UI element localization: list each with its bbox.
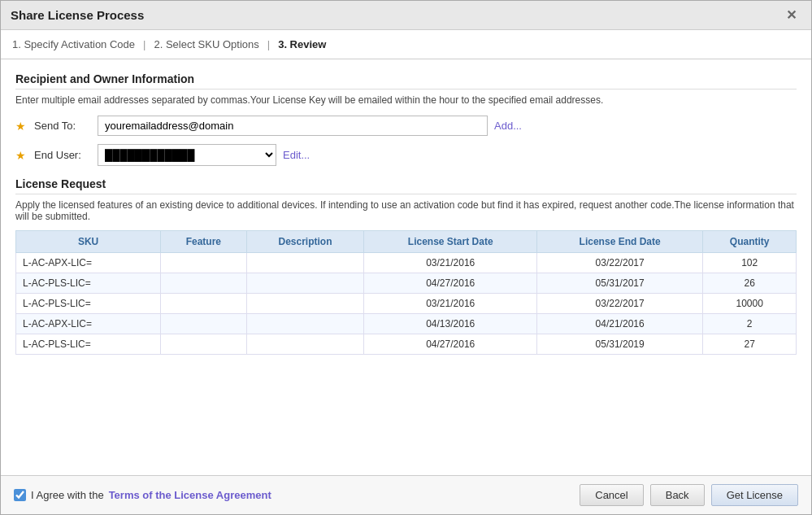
end-user-select-wrapper: ████████████ Edit... — [98, 144, 310, 166]
cell-description — [246, 334, 364, 355]
cell-quantity: 2 — [703, 314, 797, 334]
end-user-row: ★ End User: ████████████ Edit... — [15, 144, 797, 166]
license-request-section: License Request Apply the licensed featu… — [15, 177, 797, 355]
cell-start: 04/13/2016 — [364, 314, 537, 334]
table-row: L-AC-PLS-LIC=03/21/201603/22/201710000 — [16, 294, 797, 314]
recipient-section: Recipient and Owner Information Enter mu… — [15, 72, 797, 166]
cell-end: 04/21/2016 — [536, 314, 702, 334]
cell-feature — [161, 273, 246, 294]
col-sku: SKU — [16, 231, 161, 253]
sep1: | — [143, 38, 145, 50]
footer-buttons: Cancel Back Get License — [580, 484, 798, 506]
send-to-required: ★ — [15, 120, 26, 133]
add-button[interactable]: Add... — [494, 120, 522, 132]
cell-quantity: 27 — [703, 334, 797, 355]
agree-checkbox[interactable] — [14, 489, 26, 501]
back-button[interactable]: Back — [650, 484, 705, 506]
cell-description — [246, 314, 364, 334]
cell-quantity: 10000 — [703, 294, 797, 314]
table-header-row: SKU Feature Description License Start Da… — [16, 231, 797, 253]
agree-text: I Agree with the — [31, 489, 104, 501]
cell-end: 03/22/2017 — [536, 253, 702, 273]
table-row: L-AC-PLS-LIC=04/27/201605/31/201726 — [16, 273, 797, 294]
table-row: L-AC-PLS-LIC=04/27/201605/31/201927 — [16, 334, 797, 355]
get-license-button[interactable]: Get License — [711, 484, 798, 506]
cell-sku: L-AC-APX-LIC= — [16, 253, 161, 273]
footer-left: I Agree with the Terms of the License Ag… — [14, 489, 271, 501]
cell-feature — [161, 314, 246, 334]
step2-label: 2. Select SKU Options — [154, 38, 258, 50]
cell-sku: L-AC-PLS-LIC= — [16, 334, 161, 355]
cell-feature — [161, 334, 246, 355]
cell-start: 04/27/2016 — [364, 334, 537, 355]
end-user-select[interactable]: ████████████ — [98, 144, 276, 166]
recipient-section-title: Recipient and Owner Information — [15, 72, 797, 89]
col-start-date: License Start Date — [364, 231, 537, 253]
license-section-desc: Apply the licensed features of an existi… — [15, 199, 797, 222]
dialog-title: Share License Process — [11, 8, 144, 22]
cell-sku: L-AC-PLS-LIC= — [16, 294, 161, 314]
cell-feature — [161, 253, 246, 273]
dialog-header: Share License Process ✕ — [1, 1, 811, 30]
dialog-body: Recipient and Owner Information Enter mu… — [1, 59, 811, 475]
share-license-dialog: Share License Process ✕ 1. Specify Activ… — [0, 0, 812, 515]
cell-sku: L-AC-PLS-LIC= — [16, 273, 161, 294]
table-row: L-AC-APX-LIC=04/13/201604/21/20162 — [16, 314, 797, 334]
col-description: Description — [246, 231, 364, 253]
cell-quantity: 102 — [703, 253, 797, 273]
recipient-section-desc: Enter multiple email addresses separated… — [15, 94, 797, 106]
license-table: SKU Feature Description License Start Da… — [15, 230, 797, 355]
cell-start: 04/27/2016 — [364, 273, 537, 294]
step1-label: 1. Specify Activation Code — [12, 38, 135, 50]
send-to-row: ★ Send To: Add... — [15, 116, 797, 136]
send-to-label: Send To: — [34, 120, 91, 132]
col-end-date: License End Date — [536, 231, 702, 253]
cell-end: 05/31/2017 — [536, 273, 702, 294]
cell-feature — [161, 294, 246, 314]
col-quantity: Quantity — [703, 231, 797, 253]
cell-start: 03/21/2016 — [364, 294, 537, 314]
cell-description — [246, 294, 364, 314]
cell-sku: L-AC-APX-LIC= — [16, 314, 161, 334]
close-button[interactable]: ✕ — [781, 6, 801, 24]
col-feature: Feature — [161, 231, 246, 253]
cell-end: 05/31/2019 — [536, 334, 702, 355]
dialog-footer: I Agree with the Terms of the License Ag… — [1, 475, 811, 514]
end-user-label: End User: — [34, 149, 91, 161]
terms-link[interactable]: Terms of the License Agreement — [109, 489, 271, 501]
send-to-input[interactable] — [98, 116, 488, 136]
cancel-button[interactable]: Cancel — [580, 484, 643, 506]
cell-description — [246, 253, 364, 273]
table-row: L-AC-APX-LIC=03/21/201603/22/2017102 — [16, 253, 797, 273]
steps-bar: 1. Specify Activation Code | 2. Select S… — [1, 30, 811, 59]
step3-label: 3. Review — [278, 38, 326, 50]
edit-button[interactable]: Edit... — [283, 149, 310, 161]
cell-end: 03/22/2017 — [536, 294, 702, 314]
cell-start: 03/21/2016 — [364, 253, 537, 273]
end-user-required: ★ — [15, 149, 26, 162]
license-section-title: License Request — [15, 177, 797, 194]
sep2: | — [267, 38, 270, 50]
agree-checkbox-area: I Agree with the Terms of the License Ag… — [14, 489, 271, 501]
cell-quantity: 26 — [703, 273, 797, 294]
cell-description — [246, 273, 364, 294]
